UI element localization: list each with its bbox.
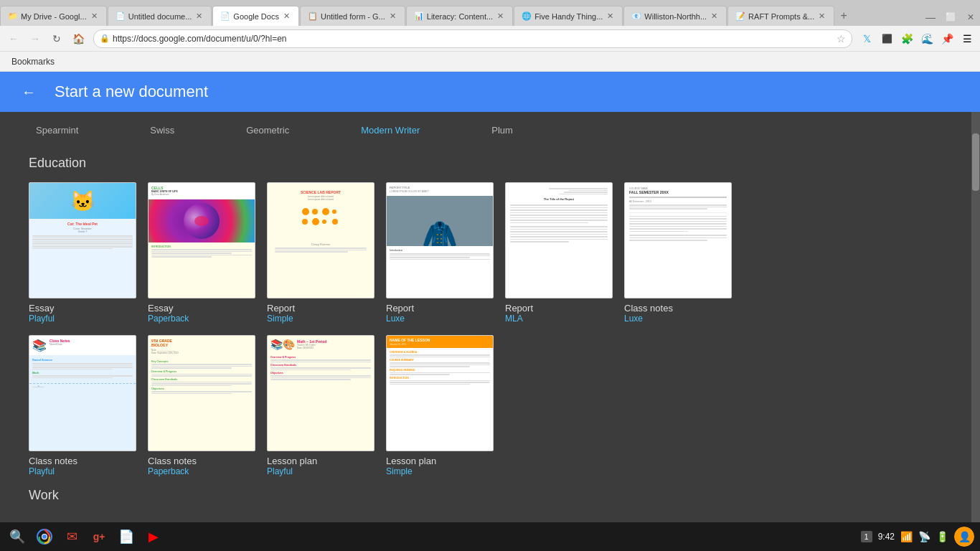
template-report-mla-subname: MLA [505, 314, 613, 324]
template-lessonplan-simple-subname: Simple [386, 466, 494, 476]
tab-google-docs[interactable]: 📄 Google Docs ✕ [212, 6, 299, 26]
tab-literacy[interactable]: 📊 Literacy: Content... ✕ [406, 6, 513, 26]
template-classnotes-luxe-subname: Luxe [624, 314, 732, 324]
restore-button[interactable]: ⬜ [941, 10, 960, 24]
gmail-taskbar-icon[interactable]: ✉ [60, 525, 83, 548]
template-lessonplan-playful-subname: Playful [267, 466, 374, 476]
tab-williston-close[interactable]: ✕ [710, 10, 719, 22]
extension-icon-2[interactable]: 🌊 [918, 30, 936, 47]
tab-raft-close[interactable]: ✕ [817, 10, 826, 22]
navigation-toolbar: ← → ↻ 🏠 🔒 ☆ 𝕏 ⬛ 🧩 🌊 📌 ☰ [0, 26, 980, 52]
template-report-simple-subname: Simple [267, 314, 374, 324]
chrome-taskbar-icon[interactable] [33, 525, 56, 548]
lock-icon: 🔒 [100, 34, 110, 43]
tab-docs-untitled-favicon: 📄 [116, 11, 126, 21]
browser-chrome: 📁 My Drive - Googl... ✕ 📄 Untitled docum… [0, 0, 980, 72]
tab-literacy-close[interactable]: ✕ [496, 10, 505, 22]
tab-forms[interactable]: 📋 Untitled form - G... ✕ [300, 6, 405, 26]
tab-raft[interactable]: 📝 RAFT Prompts &... ✕ [727, 6, 834, 26]
address-bar[interactable] [113, 34, 837, 44]
gallery-content: Spearmint Swiss Geometric Modern Writer … [0, 112, 980, 529]
tab-five-handy-label: Five Handy Thing... [534, 12, 603, 21]
scrollbar-thumb[interactable] [972, 133, 979, 191]
taskbar: 🔍 ✉ g+ 📄 ▶ 1 9:42 📶 📡 🔋 👤 [0, 522, 980, 551]
template-classnotes-luxe[interactable]: COURSE NAME FALL SEMESTER 20XX All Semes… [624, 182, 732, 324]
docs-header: ← Start a new document [0, 72, 980, 112]
new-tab-button[interactable]: + [835, 7, 852, 24]
template-lessonplan-simple[interactable]: NAME OF THE LESSON January 24, 2014 OVER… [386, 335, 494, 476]
youtube-taskbar-icon[interactable]: ▶ [142, 525, 165, 548]
tab-williston[interactable]: 📧 Williston-Northh... ✕ [623, 6, 727, 26]
time-display: 9:42 [878, 532, 895, 542]
bookmarks-bar: Bookmarks [0, 52, 980, 72]
tab-google-docs-close[interactable]: ✕ [282, 10, 291, 22]
swiss-label[interactable]: Swiss [150, 125, 174, 136]
template-classnotes-paperback-name: Class notes [148, 456, 255, 466]
bookmarks-label: Bookmarks [11, 57, 55, 67]
search-taskbar-icon[interactable]: 🔍 [6, 525, 29, 548]
template-lessonplan-simple-name: Lesson plan [386, 456, 494, 466]
main-content: ← Start a new document Spearmint Swiss G… [0, 72, 980, 529]
chrome-menu-button[interactable]: ☰ [958, 30, 976, 47]
back-button[interactable]: ← [4, 29, 23, 48]
template-classnotes-playful[interactable]: 📚 Class Notes Name/Date Social Science [29, 335, 136, 476]
tab-bar: 📁 My Drive - Googl... ✕ 📄 Untitled docum… [0, 0, 980, 26]
tab-forms-close[interactable]: ✕ [388, 10, 397, 22]
spearmint-label[interactable]: Spearmint [36, 125, 78, 136]
template-essay-playful[interactable]: 🐱 Cat: The Ideal Pet Cover SemesterGrade… [29, 182, 136, 324]
work-section: Work [29, 488, 951, 503]
template-essay-paperback[interactable]: CELLS BASIC UNITS OF LIFE By Drew Anders… [148, 182, 255, 324]
google-apps-icon[interactable]: ⬛ [878, 30, 895, 47]
tab-five-handy-favicon: 🌐 [522, 11, 532, 21]
user-avatar[interactable]: 👤 [954, 527, 974, 547]
network-icon: 📶 [900, 531, 913, 542]
work-title: Work [29, 488, 951, 503]
template-style-labels: Spearmint Swiss Geometric Modern Writer … [36, 119, 951, 144]
template-classnotes-playful-subname: Playful [29, 466, 136, 476]
extension-icon-1[interactable]: 🧩 [898, 30, 915, 47]
geometric-label[interactable]: Geometric [246, 125, 289, 136]
battery-icon: 🔋 [936, 531, 948, 542]
education-templates-row2: 📚 Class Notes Name/Date Social Science [29, 335, 951, 476]
forward-button[interactable]: → [26, 29, 44, 48]
page-title: Start a new document [55, 83, 208, 101]
extension-icon-3[interactable]: 📌 [938, 30, 956, 47]
tab-drive-label: My Drive - Googl... [21, 12, 87, 21]
tab-williston-label: Williston-Northh... [644, 12, 707, 21]
template-lessonplan-playful[interactable]: 📚🎨 Math – 1st Period Teacher: Mr. Foster… [267, 335, 374, 476]
address-bar-container[interactable]: 🔒 ☆ [93, 29, 852, 48]
tab-literacy-label: Literacy: Content... [427, 12, 493, 21]
modern-writer-label[interactable]: Modern Writer [361, 125, 420, 136]
template-essay-paperback-name: Essay [148, 303, 255, 314]
battery-indicator: 1 [861, 531, 872, 542]
template-lessonplan-playful-name: Lesson plan [267, 456, 374, 466]
svg-point-2 [42, 534, 47, 539]
tab-docs-untitled-label: Untitled docume... [128, 12, 192, 21]
reload-button[interactable]: ↻ [47, 29, 66, 48]
home-button[interactable]: 🏠 [69, 29, 88, 48]
education-title: Education [29, 156, 951, 171]
template-classnotes-paperback[interactable]: 9TH GRADEBIOLOGY Note: _______________ D… [148, 335, 255, 476]
scrollbar[interactable] [971, 112, 980, 529]
tab-drive[interactable]: 📁 My Drive - Googl... ✕ [0, 6, 107, 26]
tab-docs-untitled-close[interactable]: ✕ [194, 10, 204, 22]
template-report-mla[interactable]: The Title of the Report [505, 182, 613, 324]
plum-label[interactable]: Plum [491, 125, 513, 136]
docs-taskbar-icon[interactable]: 📄 [115, 525, 138, 548]
template-classnotes-luxe-name: Class notes [624, 303, 732, 314]
back-to-docs-button[interactable]: ← [17, 80, 40, 103]
close-window-button[interactable]: ✕ [961, 10, 980, 24]
minimize-button[interactable]: — [921, 10, 940, 24]
tab-docs-untitled[interactable]: 📄 Untitled docume... ✕ [108, 6, 212, 26]
tab-drive-close[interactable]: ✕ [90, 10, 99, 22]
taskbar-right: 1 9:42 📶 📡 🔋 👤 [861, 527, 974, 547]
google-plus-taskbar-icon[interactable]: g+ [88, 525, 110, 548]
bookmarks-item[interactable]: Bookmarks [7, 55, 59, 68]
tab-raft-label: RAFT Prompts &... [748, 12, 814, 21]
tab-five-handy[interactable]: 🌐 Five Handy Thing... ✕ [514, 6, 623, 26]
star-icon[interactable]: ☆ [837, 33, 846, 44]
twitter-icon[interactable]: 𝕏 [858, 30, 875, 47]
template-report-simple[interactable]: SCIENCE LAB REPORT Lorem ipsum dolor sit… [267, 182, 374, 324]
tab-five-handy-close[interactable]: ✕ [606, 10, 615, 22]
template-report-luxe[interactable]: REPORT TITLE LOREM IPSUM DOLOR SIT AMET … [386, 182, 494, 324]
